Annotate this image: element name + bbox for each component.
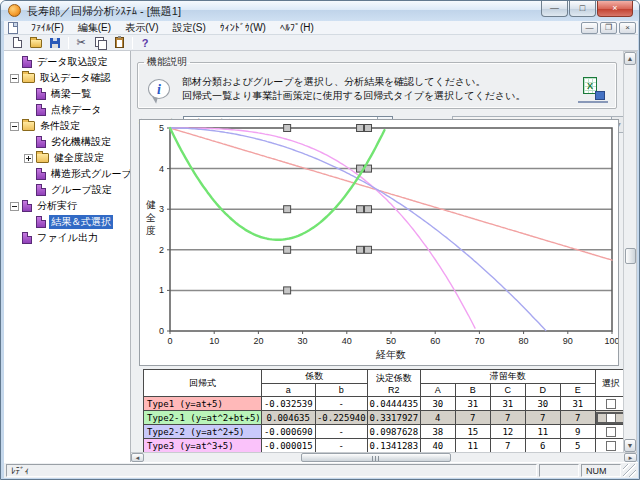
- x-tick-label: 50: [386, 336, 396, 346]
- help-button[interactable]: ?: [136, 36, 154, 50]
- row-label: Type3 (y=at^3+5): [144, 439, 262, 453]
- plot-border: [170, 128, 612, 331]
- tree-item-6[interactable]: 健全度設定: [4, 150, 130, 166]
- menu-item-2[interactable]: 表示(V): [118, 21, 165, 35]
- data-point-marker: [357, 206, 364, 213]
- cell-year-C: 12: [490, 425, 525, 439]
- x-tick-label: 20: [253, 336, 263, 346]
- tree-item-0[interactable]: データ取込設定: [4, 54, 130, 70]
- col-header-coefficients: 係数: [261, 370, 367, 384]
- curve-type1: [170, 128, 612, 260]
- cell-r2: 0.3317927: [367, 411, 420, 425]
- mdi-child-icon[interactable]: [8, 22, 18, 34]
- select-checkbox[interactable]: [606, 413, 616, 423]
- cell-r2: 0.0987628: [367, 425, 420, 439]
- y-axis-title: 健全度: [145, 199, 156, 236]
- curve-type2-2: [170, 128, 546, 330]
- menu-item-0[interactable]: ﾌｧｲﾙ(F): [24, 21, 71, 35]
- excel-export-button[interactable]: X: [578, 75, 608, 103]
- maximize-button[interactable]: □: [569, 1, 596, 17]
- menu-item-5[interactable]: ﾍﾙﾌﾟ(H): [273, 21, 321, 35]
- tree-item-2[interactable]: 橋梁一覧: [4, 86, 130, 102]
- tree-item-3[interactable]: 点検データ: [4, 102, 130, 118]
- select-checkbox[interactable]: [606, 441, 616, 451]
- scroll-right-icon[interactable]: ►: [624, 453, 637, 462]
- tree-item-10[interactable]: 結果＆式選択: [4, 214, 130, 230]
- mdi-restore-button[interactable]: ❐: [600, 22, 617, 34]
- save-button[interactable]: [46, 36, 64, 50]
- table-row-type2-2[interactable]: Type2-2 (y=at^2+5)-0.000690-0.0987628381…: [144, 425, 627, 439]
- tree-item-1[interactable]: 取込データ確認: [4, 70, 130, 86]
- menu-item-4[interactable]: ｳｨﾝﾄﾞｳ(W): [213, 21, 273, 35]
- document-icon: [22, 200, 32, 212]
- x-tick-label: 10: [209, 336, 219, 346]
- scroll-left-icon[interactable]: ◄: [131, 453, 144, 462]
- cell-year-E: 7: [560, 411, 595, 425]
- select-cell: [595, 411, 626, 425]
- groupbox-title: 機能説明: [144, 55, 190, 69]
- select-checkbox[interactable]: [606, 399, 616, 409]
- cell-r2: 0.0444435: [367, 397, 420, 411]
- vertical-scroll-thumb[interactable]: [625, 248, 636, 264]
- mdi-close-button[interactable]: ×: [619, 22, 636, 34]
- close-button[interactable]: ×: [597, 1, 633, 17]
- sidebar-tree: データ取込設定取込データ確認橋梁一覧点検データ条件設定劣化機構設定健全度設定構造…: [4, 51, 131, 462]
- col-header-formula: 回帰式: [144, 370, 262, 397]
- tree-item-label: 劣化機構設定: [49, 135, 113, 149]
- document-icon: [36, 104, 46, 116]
- tree-item-11[interactable]: ファイル出力: [4, 230, 130, 246]
- tree-item-9[interactable]: 分析実行: [4, 198, 130, 214]
- x-axis-title: 経年数: [375, 349, 406, 360]
- document-icon: [22, 232, 32, 244]
- paste-button[interactable]: [110, 36, 128, 50]
- cell-year-A: 38: [420, 425, 455, 439]
- data-point-marker: [365, 246, 372, 253]
- expand-icon[interactable]: [24, 154, 33, 163]
- menu-item-3[interactable]: 設定(S): [165, 21, 212, 35]
- mdi-minimize-button[interactable]: —: [581, 22, 598, 34]
- window-controls: — □ ×: [540, 1, 633, 17]
- folder-icon: [22, 121, 35, 131]
- select-checkbox[interactable]: [606, 427, 616, 437]
- horizontal-scroll-thumb[interactable]: [301, 453, 451, 462]
- table-row-type3[interactable]: Type3 (y=at^3+5)-0.000015-0.134128340117…: [144, 439, 627, 453]
- cut-button[interactable]: ✂: [72, 36, 90, 50]
- cell-year-E: 5: [560, 439, 595, 453]
- col-header-year-A: A: [420, 384, 455, 397]
- instruction-line-1: 部材分類およびグループを選択し、分析結果を確認してください。: [182, 75, 526, 89]
- col-header-select: 選択: [595, 370, 626, 397]
- col-header-residence-years: 滞留年数: [420, 370, 595, 384]
- menu-item-1[interactable]: 編集(E): [71, 21, 118, 35]
- row-label: Type2-2 (y=at^2+5): [144, 425, 262, 439]
- col-header-year-B: B: [455, 384, 490, 397]
- new-file-button[interactable]: [8, 36, 26, 50]
- collapse-icon[interactable]: [10, 202, 19, 211]
- vertical-scrollbar[interactable]: ▲ ▼: [623, 51, 637, 453]
- data-point-marker: [357, 125, 364, 132]
- cell-a: -0.000015: [261, 439, 315, 453]
- table-row-type1[interactable]: Type1 (y=at+5)-0.032539-0.04444353031313…: [144, 397, 627, 411]
- scroll-up-icon[interactable]: ▲: [624, 52, 636, 65]
- x-tick-label: 70: [474, 336, 484, 346]
- minimize-button[interactable]: —: [541, 1, 568, 17]
- tree-item-7[interactable]: 構造形式グループ設定: [4, 166, 130, 182]
- copy-button[interactable]: [91, 36, 109, 50]
- tree-item-8[interactable]: グループ設定: [4, 182, 130, 198]
- folder-icon: [36, 153, 49, 163]
- cell-year-B: 15: [455, 425, 490, 439]
- tree-item-5[interactable]: 劣化機構設定: [4, 134, 130, 150]
- titlebar[interactable]: 長寿郎／回帰分析ｼｽﾃﾑ - [無題1] — □ ×: [1, 1, 639, 21]
- tree-item-4[interactable]: 条件設定: [4, 118, 130, 134]
- horizontal-scrollbar[interactable]: ◄ ►: [131, 452, 637, 462]
- y-tick-label: 5: [159, 123, 164, 133]
- resize-grip[interactable]: [623, 464, 636, 477]
- open-file-button[interactable]: [27, 36, 45, 50]
- scroll-down-icon[interactable]: ▼: [624, 439, 636, 452]
- collapse-icon[interactable]: [10, 74, 19, 83]
- select-cell: [595, 425, 626, 439]
- tree-item-label: 条件設定: [38, 119, 82, 133]
- excel-table-icon: [595, 91, 605, 100]
- table-row-type2-1[interactable]: Type2-1 (y=at^2+bt+5)0.004635-0.2259400.…: [144, 411, 627, 425]
- new-file-icon: [13, 37, 22, 48]
- collapse-icon[interactable]: [10, 122, 19, 131]
